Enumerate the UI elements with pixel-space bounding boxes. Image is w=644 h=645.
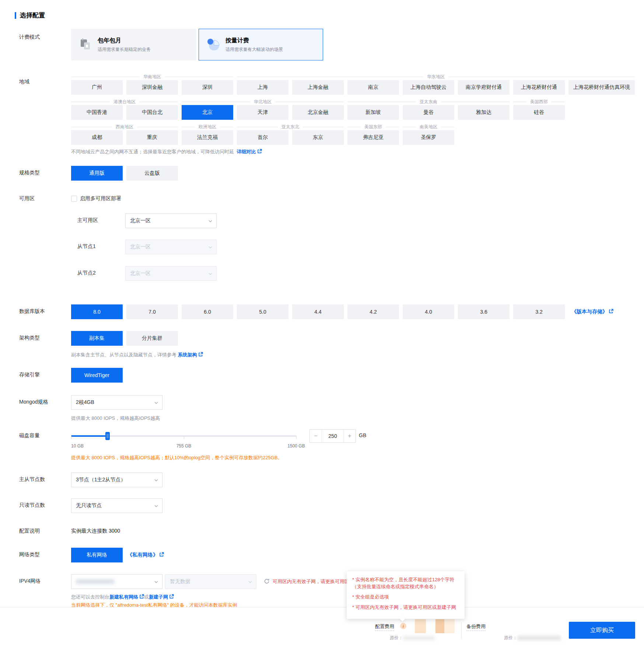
mongod-spec-select[interactable]: 2核4GB [71, 395, 162, 410]
region-btn-hongkong[interactable]: 中国香港 [71, 105, 123, 120]
region-btn-shanghai-huaqiao[interactable]: 上海花桥财付通 [513, 80, 565, 95]
secondary-node2-select[interactable]: 北京一区 [125, 266, 217, 281]
region-btn-chongqing[interactable]: 重庆 [126, 130, 178, 145]
billing-prepaid-desc: 适用需求量长期稳定的业务 [98, 46, 151, 53]
region-compare-link[interactable]: 详细对比 [237, 149, 256, 154]
region-btn-tokyo[interactable]: 东京 [292, 130, 344, 145]
primary-zone-row: 主可用区 北京一区 [71, 213, 255, 228]
multi-az-row: 启用多可用区部署 [71, 195, 440, 202]
readonly-nodes-select[interactable]: 无只读节点 [71, 498, 162, 513]
region-btn-tianjin[interactable]: 天津 [237, 105, 288, 120]
region-btn-siliconvalley[interactable]: 硅谷 [513, 105, 565, 120]
secondary-node1-value: 北京一区 [130, 244, 151, 250]
billing-option-prepaid[interactable]: 包年包月 适用需求量长期稳定的业务 [71, 29, 196, 60]
external-link-icon [609, 309, 613, 315]
config-fee-original-price: 原价： [390, 635, 435, 641]
buy-now-button[interactable]: 立即购买 [569, 622, 635, 639]
db-version-4.0[interactable]: 4.0 [403, 304, 454, 319]
secondary-node1-select[interactable]: 北京一区 [125, 240, 217, 254]
purchase-footer-bar: 配置费用 i 原价： 备份费用 原价： 立即购买 [0, 607, 644, 645]
architecture-label: 架构类型 [19, 335, 40, 341]
spec-type-clouddisk[interactable]: 云盘版 [126, 166, 178, 181]
chevron-down-icon [208, 219, 213, 224]
external-link-icon [257, 149, 262, 155]
region-btn-jakarta[interactable]: 雅加达 [458, 105, 510, 120]
db-version-3.2[interactable]: 3.2 [513, 304, 565, 319]
stepper-plus-button[interactable]: + [344, 430, 356, 442]
billing-mode-label: 计费模式 [19, 34, 40, 41]
db-version-4.2[interactable]: 4.2 [347, 304, 399, 319]
region-btn-virginia[interactable]: 弗吉尼亚 [347, 130, 399, 145]
network-type-vpc[interactable]: 私有网络 [71, 548, 123, 562]
region-note: 不同地域云产品之间内网不互通；选择最靠近您客户的地域，可降低访问时延 详细对比 [71, 149, 262, 155]
disk-slider-handle[interactable] [105, 432, 110, 440]
version-storage-link[interactable]: 《版本与存储》 [571, 308, 608, 314]
db-version-4.4[interactable]: 4.4 [292, 304, 344, 319]
region-group-header-row2: 港澳台地区 华北地区 亚太东南 美国西部 [71, 99, 565, 105]
region-btn-taipei[interactable]: 中国台北 [126, 105, 178, 120]
create-vpc-link[interactable]: 新建私有网络 [109, 594, 138, 600]
node-count-value: 3节点（1主2从节点） [76, 477, 126, 483]
region-btn-shenzhen[interactable]: 深圳 [182, 80, 233, 95]
region-btn-singapore[interactable]: 新加坡 [347, 105, 399, 120]
db-version-5.0[interactable]: 5.0 [237, 304, 288, 319]
config-fee-label[interactable]: 配置费用 [375, 623, 394, 631]
region-btn-bangkok[interactable]: 曼谷 [403, 105, 454, 120]
chevron-down-icon [208, 245, 213, 251]
region-btn-shanghai-adc[interactable]: 上海自动驾驶云 [403, 80, 454, 95]
section-title: 选择配置 [15, 11, 45, 20]
region-btn-seoul[interactable]: 首尔 [237, 130, 288, 145]
storage-engine-label: 存储引擎 [19, 372, 40, 378]
region-btn-chengdu[interactable]: 成都 [71, 130, 123, 145]
region-group-label: 西南地区 [112, 124, 137, 130]
arch-replicaset[interactable]: 副本集 [71, 331, 123, 346]
db-version-3.6[interactable]: 3.6 [458, 304, 510, 319]
secondary-node1-row: 从节点1 北京一区 [71, 240, 255, 254]
region-btn-nanjing-xuefu[interactable]: 南京学府财付通 [458, 80, 510, 95]
external-link-icon [198, 352, 203, 358]
purchase-config-page: 选择配置 计费模式 包年包月 适用需求量长期稳定的业务 [0, 0, 644, 645]
region-btn-shanghai-finance[interactable]: 上海金融 [292, 80, 344, 95]
create-subnet-link[interactable]: 新建子网 [149, 594, 168, 600]
subnet-select[interactable]: 暂无数据 [165, 574, 256, 589]
node-count-select[interactable]: 3节点（1主2从节点） [71, 473, 162, 487]
mongod-spec-value: 2核4GB [76, 399, 94, 406]
primary-zone-select[interactable]: 北京一区 [125, 213, 217, 228]
validation-tooltip: * 实例名称不能为空，且长度不能超过128个字符（支持批量连续命名或指定模式串命… [347, 571, 465, 619]
db-version-8.0[interactable]: 8.0 [71, 304, 123, 319]
stepper-minus-button[interactable]: − [310, 430, 322, 442]
vpc-doc-link[interactable]: 《私有网络》 [127, 552, 158, 558]
slider-tick-min [71, 436, 71, 439]
region-btn-shanghai-huaqiao-sim[interactable]: 上海花桥财付通仿真环境 [568, 80, 635, 95]
refresh-icon[interactable] [264, 578, 270, 586]
multi-az-checkbox[interactable] [71, 196, 77, 202]
region-btn-saopaulo[interactable]: 圣保罗 [403, 130, 454, 145]
zone-label: 可用区 [19, 195, 35, 202]
info-icon[interactable]: i [400, 623, 406, 629]
backup-fee-label[interactable]: 备份费用 [466, 623, 486, 631]
region-btn-shenzhen-finance[interactable]: 深圳金融 [126, 80, 178, 95]
system-architecture-link[interactable]: 系统架构 [178, 352, 197, 358]
region-btn-shanghai[interactable]: 上海 [237, 80, 288, 95]
spec-type-general[interactable]: 通用版 [71, 166, 123, 181]
storage-engine-wiredtiger[interactable]: WiredTiger [71, 368, 123, 383]
region-btn-beijing-finance[interactable]: 北京金融 [292, 105, 344, 120]
region-group-label: 港澳台地区 [110, 99, 139, 105]
region-btn-guangzhou[interactable]: 广州 [71, 80, 123, 95]
region-row3: 成都 重庆 法兰克福 首尔 东京 弗吉尼亚 圣保罗 [71, 130, 454, 145]
vpc-select[interactable] [71, 574, 162, 589]
billing-option-postpaid[interactable]: 按量计费 适用需求量有大幅波动的场景 [199, 29, 323, 60]
region-btn-nanjing[interactable]: 南京 [347, 80, 399, 95]
arch-sharded[interactable]: 分片集群 [126, 331, 178, 346]
region-btn-frankfurt[interactable]: 法兰克福 [182, 130, 233, 145]
external-link-icon [159, 552, 164, 558]
chevron-down-icon [154, 579, 158, 585]
chevron-down-icon [154, 503, 158, 509]
region-group-label: 美国西部 [526, 99, 552, 105]
db-version-7.0[interactable]: 7.0 [126, 304, 178, 319]
pie-chart-icon [206, 38, 220, 52]
disk-size-input[interactable] [322, 430, 344, 442]
region-btn-beijing[interactable]: 北京 [182, 105, 233, 120]
db-version-6.0[interactable]: 6.0 [182, 304, 233, 319]
region-group-label: 华北地区 [250, 99, 275, 105]
